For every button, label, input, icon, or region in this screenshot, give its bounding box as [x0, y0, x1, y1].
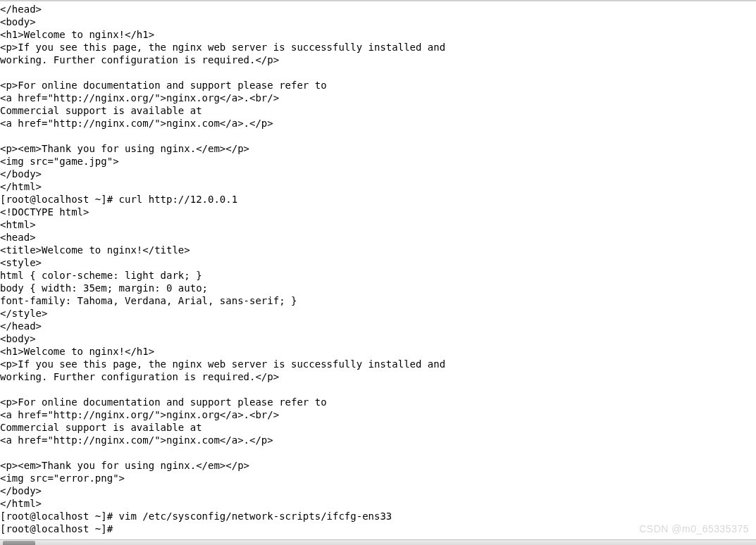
watermark-text: CSDN @m0_65335375 — [639, 522, 749, 535]
window-corner-handle — [3, 541, 35, 545]
window-bottom-bar — [0, 539, 756, 545]
terminal-output[interactable]: </head> <body> <h1>Welcome to nginx!</h1… — [0, 1, 756, 535]
